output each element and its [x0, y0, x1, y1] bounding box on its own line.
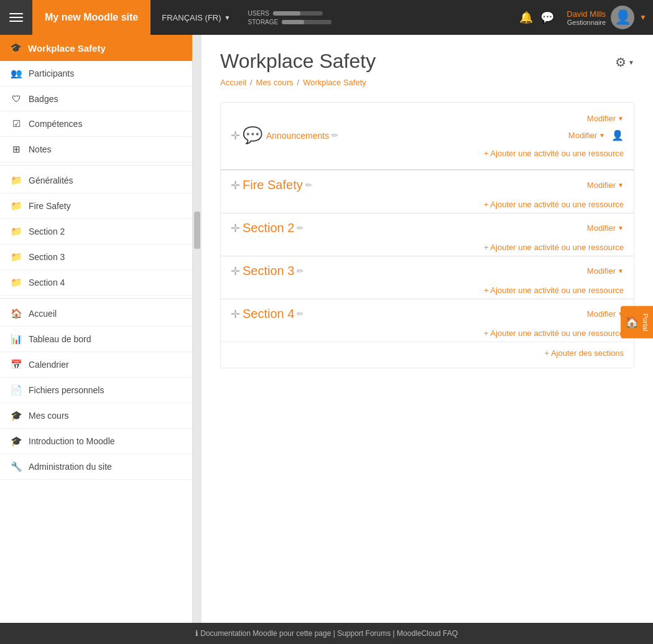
scroll-area[interactable] [193, 35, 201, 623]
section2-modifier-button[interactable]: Modifier ▼ [587, 223, 624, 233]
announcements-modifier-row: Modifier ▼ 👤 [568, 129, 624, 141]
avatar: 👤 [611, 6, 634, 29]
section3-modifier-button[interactable]: Modifier ▼ [587, 266, 624, 276]
content-area: Workplace Safety ⚙ ▼ Accueil / Mes cours… [201, 35, 653, 623]
breadcrumb-accueil[interactable]: Accueil [220, 78, 246, 87]
message-icon[interactable]: 💬 [540, 11, 554, 24]
fire-safety-modifier-button[interactable]: Modifier ▼ [587, 180, 624, 190]
add-resource-general[interactable]: + Ajouter une activité ou une ressource [231, 145, 624, 159]
footer-doc-link[interactable]: Documentation Moodle pour cette page [200, 629, 331, 638]
section-3: ✛ Section 3 ✏ Modifier ▼ + Ajouter une a… [221, 256, 634, 299]
sidebar-mes-cours-label: Mes cours [29, 411, 69, 421]
storage-info: USERS STORAGE [242, 10, 338, 26]
sidebar-item-admin[interactable]: 🔧 Administration du site [0, 454, 192, 480]
sidebar-accueil-label: Accueil [29, 309, 57, 319]
section4-modifier-button[interactable]: Modifier ▼ [587, 309, 624, 319]
section4-title[interactable]: Section 4 [243, 307, 294, 321]
file-icon: 📄 [10, 385, 22, 396]
breadcrumb: Accueil / Mes cours / Workplace Safety [220, 78, 634, 87]
section-2: ✛ Section 2 ✏ Modifier ▼ + Ajouter une a… [221, 213, 634, 256]
hamburger-menu[interactable] [0, 0, 32, 35]
sidebar-item-section3[interactable]: 📁 Section 3 [0, 245, 192, 270]
add-sections-button[interactable]: + Ajouter des sections [221, 342, 634, 362]
sidebar-fire-safety-label: Fire Safety [29, 201, 71, 211]
add-resource-section2[interactable]: + Ajouter une activité ou une ressource [231, 239, 624, 253]
section3-title[interactable]: Section 3 [243, 264, 294, 278]
sidebar-item-generalites[interactable]: 📁 Généralités [0, 168, 192, 194]
breadcrumb-sep-2: / [297, 78, 300, 87]
section2-edit-icon[interactable]: ✏ [297, 223, 303, 233]
dashboard-icon: 📊 [10, 334, 22, 345]
sidebar-item-mes-cours[interactable]: 🎓 Mes cours [0, 403, 192, 429]
content-inner: Workplace Safety ⚙ ▼ Accueil / Mes cours… [201, 35, 653, 623]
sidebar-item-notes[interactable]: ⊞ Notes [0, 137, 192, 162]
sidebar-item-section4[interactable]: 📁 Section 4 [0, 270, 192, 296]
sidebar-intro-moodle-label: Introduction to Moodle [29, 436, 115, 446]
section2-modifier-chevron: ▼ [618, 225, 624, 231]
section3-modifier-chevron: ▼ [618, 268, 624, 274]
sidebar-competences-label: Compétences [29, 119, 82, 129]
sidebar-badges-label: Badges [29, 94, 58, 104]
sidebar-notes-label: Notes [29, 144, 52, 154]
sidebar-item-section2[interactable]: 📁 Section 2 [0, 219, 192, 245]
section-4: ✛ Section 4 ✏ Modifier ▼ + Ajouter une a… [221, 299, 634, 342]
user-menu-chevron-icon: ▼ [639, 13, 647, 22]
general-modifier-button[interactable]: Modifier ▼ [587, 114, 624, 123]
announcements-edit-icon[interactable]: ✏ [331, 131, 338, 140]
sidebar-item-accueil[interactable]: 🏠 Accueil [0, 301, 192, 327]
add-resource-section4[interactable]: + Ajouter une activité ou une ressource [231, 325, 624, 339]
fire-safety-title[interactable]: Fire Safety [243, 178, 303, 192]
sidebar-item-calendrier[interactable]: 📅 Calendrier [0, 352, 192, 378]
add-resource-section3[interactable]: + Ajouter une activité ou une ressource [231, 282, 624, 296]
site-brand[interactable]: My new Moodle site [32, 0, 151, 35]
sidebar-item-fire-safety[interactable]: 📁 Fire Safety [0, 194, 192, 219]
notification-bell-icon[interactable]: 🔔 [519, 11, 533, 24]
fire-safety-edit-icon[interactable]: ✏ [305, 180, 312, 190]
sidebar-section4-label: Section 4 [29, 278, 65, 287]
language-label: FRANÇAIS (FR) [162, 13, 221, 22]
section2-header: ✛ Section 2 ✏ Modifier ▼ [231, 221, 624, 235]
scroll-thumb [194, 212, 200, 249]
fire-safety-modifier-chevron: ▼ [618, 182, 624, 189]
sidebar-item-fichiers[interactable]: 📄 Fichiers personnels [0, 378, 192, 403]
hamburger-icon [9, 13, 23, 22]
folder-icon-3: 📁 [10, 226, 22, 237]
folder-icon-5: 📁 [10, 277, 22, 288]
breadcrumb-sep-1: / [250, 78, 252, 87]
section2-title[interactable]: Section 2 [243, 221, 294, 235]
portal-tab[interactable]: Portal 🏠 [621, 306, 653, 338]
drag-handle-section3[interactable]: ✛ [231, 264, 240, 278]
user-assign-icon[interactable]: 👤 [611, 129, 624, 141]
sidebar-calendrier-label: Calendrier [29, 360, 69, 370]
drag-handle-section2[interactable]: ✛ [231, 222, 240, 235]
users-fill [273, 11, 300, 16]
graduation-cap-icon: 🎓 [10, 42, 22, 54]
section4-edit-icon[interactable]: ✏ [297, 309, 303, 319]
user-menu[interactable]: David Mills Gestionnaire 👤 ▼ [560, 6, 653, 29]
sidebar-item-intro-moodle[interactable]: 🎓 Introduction to Moodle [0, 429, 192, 454]
top-navigation: My new Moodle site FRANÇAIS (FR) ▼ USERS… [0, 0, 653, 35]
sidebar-item-tableau[interactable]: 📊 Tableau de bord [0, 327, 192, 352]
drag-handle-general[interactable]: ✛ [231, 129, 240, 142]
language-selector[interactable]: FRANÇAIS (FR) ▼ [151, 13, 241, 22]
section4-header: ✛ Section 4 ✏ Modifier ▼ [231, 307, 624, 321]
sidebar-item-badges[interactable]: 🛡 Badges [0, 86, 192, 111]
drag-handle-fire[interactable]: ✛ [231, 179, 240, 192]
graduation-icon: 🎓 [10, 410, 22, 421]
footer-faq-link[interactable]: MoodleCloud FAQ [397, 629, 458, 638]
announcements-link[interactable]: Announcements [266, 131, 329, 141]
settings-button[interactable]: ⚙ ▼ [615, 55, 634, 70]
drag-handle-section4[interactable]: ✛ [231, 307, 240, 321]
user-role: Gestionnaire [567, 19, 606, 26]
page-title: Workplace Safety [220, 50, 376, 73]
sidebar-item-competences[interactable]: ☑ Compétences [0, 111, 192, 137]
breadcrumb-mes-cours[interactable]: Mes cours [256, 78, 294, 87]
sidebar-divider-2 [0, 298, 192, 299]
add-resource-fire-safety[interactable]: + Ajouter une activité ou une ressource [231, 196, 624, 210]
announcements-modifier-button[interactable]: Modifier ▼ [568, 131, 605, 140]
course-sections: Modifier ▼ ✛ 💬 Announcements ✏ Modifier … [220, 102, 634, 368]
sidebar-item-participants[interactable]: 👥 Participants [0, 61, 192, 86]
footer-support-link[interactable]: Support Forums [337, 629, 391, 638]
folder-icon: 📁 [10, 175, 22, 186]
section3-edit-icon[interactable]: ✏ [297, 266, 303, 276]
